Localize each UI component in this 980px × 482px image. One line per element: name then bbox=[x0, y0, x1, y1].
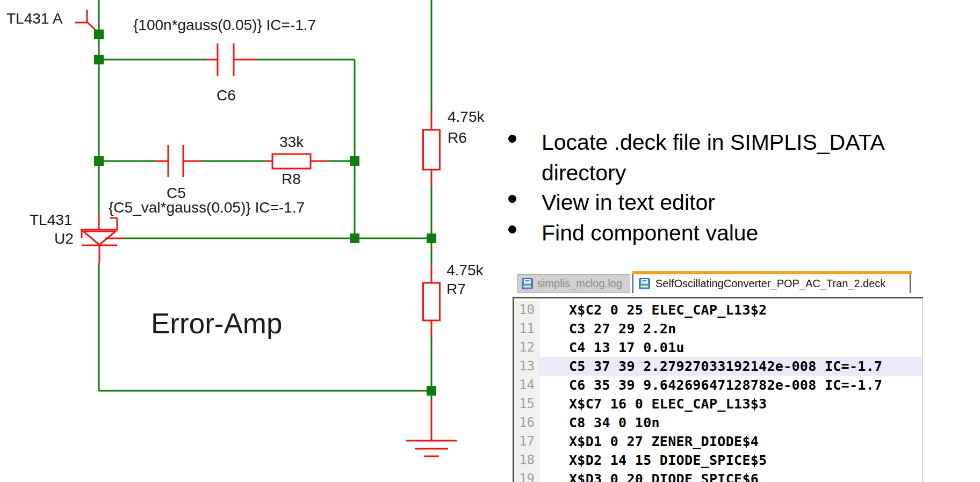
code-line-row[interactable]: 11C3 27 29 2.2n bbox=[514, 319, 923, 338]
line-number: 16 bbox=[514, 413, 539, 432]
line-number: 13 bbox=[514, 357, 539, 376]
slide-canvas: TL431 A {100n*gauss(0.05)} IC=-1.7 C6 4.… bbox=[0, 0, 980, 482]
bullet-dot bbox=[508, 195, 516, 203]
tl431-name-label: TL431 bbox=[30, 212, 72, 229]
code-text[interactable]: X$D2 14 15 DIODE_SPICE$5 bbox=[539, 451, 923, 470]
code-line-row[interactable]: 16C8 34 0 10n bbox=[514, 413, 923, 432]
code-line-row[interactable]: 17X$D1 0 27 ZENER_DIODE$4 bbox=[514, 432, 923, 451]
r8-value-label: 33k bbox=[279, 134, 304, 151]
bullet-item: Locate .deck file in SIMPLIS_DATA direct… bbox=[542, 127, 971, 188]
tab-simplis-mclog[interactable]: simplis_mclog.log bbox=[517, 274, 630, 293]
tab-label: SelfOscillatingConverter_POP_AC_Tran_2.d… bbox=[655, 277, 885, 290]
code-line-row[interactable]: 18X$D2 14 15 DIODE_SPICE$5 bbox=[514, 451, 923, 470]
u2-name-label: U2 bbox=[54, 231, 74, 247]
r7-value-label: 4.75k bbox=[446, 262, 484, 279]
tab-deck-file[interactable]: SelfOscillatingConverter_POP_AC_Tran_2.d… bbox=[632, 271, 911, 293]
code-line-row[interactable]: 15X$C7 16 0 ELEC_CAP_L13$3 bbox=[514, 395, 923, 413]
code-text[interactable]: X$C2 0 25 ELEC_CAP_L13$2 bbox=[539, 301, 923, 319]
code-text[interactable]: C6 35 39 9.64269647128782e-008 IC=-1.7 bbox=[539, 376, 923, 395]
code-line-row[interactable]: 12C4 13 17 0.01u bbox=[514, 338, 923, 357]
c6-name-label: C6 bbox=[217, 87, 236, 104]
c6-value-label: {100n*gauss(0.05)} IC=-1.7 bbox=[133, 17, 316, 34]
tab-label: simplis_mclog.log bbox=[537, 277, 622, 290]
code-text[interactable]: C5 37 39 2.27927033192142e-008 IC=-1.7 bbox=[539, 357, 923, 376]
resistor-r6 bbox=[423, 111, 440, 186]
line-number: 15 bbox=[514, 395, 539, 413]
bullet-item: Find component value bbox=[542, 218, 971, 249]
line-number: 12 bbox=[514, 338, 539, 357]
tl431a-pin-label: TL431 A bbox=[6, 11, 62, 27]
capacitor-c6 bbox=[207, 43, 256, 76]
code-line-row[interactable]: 10X$C2 0 25 ELEC_CAP_L13$2 bbox=[514, 301, 923, 319]
code-rows: 10X$C2 0 25 ELEC_CAP_L13$211C3 27 29 2.2… bbox=[514, 298, 923, 482]
r8-name-label: R8 bbox=[282, 171, 301, 188]
code-line-row[interactable]: 14C6 35 39 9.64269647128782e-008 IC=-1.7 bbox=[514, 376, 923, 395]
code-text[interactable]: C3 27 29 2.2n bbox=[539, 319, 923, 338]
resistor-r7 bbox=[423, 265, 440, 337]
floppy-disk-icon bbox=[639, 278, 650, 289]
r6-value-label: 4.75k bbox=[448, 109, 485, 126]
bullet-dot bbox=[508, 225, 516, 233]
code-text[interactable]: X$C7 16 0 ELEC_CAP_L13$3 bbox=[539, 395, 923, 413]
resistor-r8 bbox=[266, 154, 328, 169]
line-number: 17 bbox=[514, 432, 539, 451]
line-number: 19 bbox=[514, 470, 539, 482]
tl431a-pin-icon bbox=[75, 10, 98, 32]
r7-name-label: R7 bbox=[446, 281, 466, 298]
r6-name-label: R6 bbox=[448, 130, 467, 147]
code-text[interactable]: C8 34 0 10n bbox=[539, 413, 923, 432]
bullet-item: View in text editor bbox=[542, 187, 971, 218]
deck-file-editor[interactable]: 10X$C2 0 25 ELEC_CAP_L13$211C3 27 29 2.2… bbox=[513, 297, 923, 482]
code-text[interactable]: C4 13 17 0.01u bbox=[539, 338, 923, 357]
line-number: 14 bbox=[514, 376, 539, 395]
capacitor-c5 bbox=[156, 145, 201, 177]
code-text[interactable]: X$D3 0 20 DIODE_SPICE$6 bbox=[539, 470, 923, 482]
line-number: 11 bbox=[514, 319, 539, 338]
line-number: 10 bbox=[514, 301, 539, 319]
active-tab-accent-bar bbox=[632, 271, 912, 274]
code-line-row[interactable]: 19X$D3 0 20 DIODE_SPICE$6 bbox=[514, 470, 923, 482]
tl431-u2-symbol bbox=[81, 213, 124, 263]
floppy-disk-icon bbox=[522, 278, 533, 289]
line-number: 18 bbox=[514, 451, 539, 470]
code-line-row[interactable]: 13C5 37 39 2.27927033192142e-008 IC=-1.7 bbox=[514, 357, 923, 376]
ground-icon bbox=[406, 400, 457, 456]
bullet-dot bbox=[508, 135, 516, 143]
c5-value-label: {C5_val*gauss(0.05)} IC=-1.7 bbox=[109, 200, 305, 216]
code-text[interactable]: X$D1 0 27 ZENER_DIODE$4 bbox=[539, 432, 923, 451]
error-amp-title: Error-Amp bbox=[151, 308, 282, 339]
